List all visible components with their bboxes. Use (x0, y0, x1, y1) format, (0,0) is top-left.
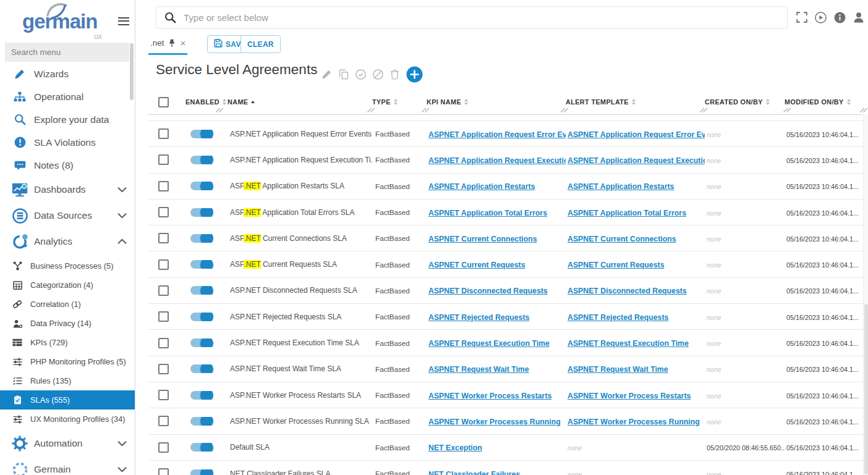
sidebar-item-ux-monitoring-profiles[interactable]: UX Monitoring Profiles (34) (0, 410, 135, 429)
approve-button[interactable] (355, 69, 366, 80)
kpi-link[interactable]: ASPNET Application Restarts (428, 182, 535, 191)
kpi-link[interactable]: ASPNET Application Total Errors (428, 209, 547, 217)
row-checkbox[interactable] (158, 207, 169, 217)
enabled-toggle[interactable] (190, 364, 211, 373)
column-header-enabled[interactable]: ENABLED (185, 98, 228, 106)
column-header-modified-on-by[interactable]: MODIFIED ON/BY (785, 98, 863, 106)
sidebar-item-categorization[interactable]: Categorization (4) (0, 275, 135, 295)
row-checkbox[interactable] (158, 128, 169, 139)
fullscreen-button[interactable] (796, 12, 807, 23)
sidebar-item-explore-your-data[interactable]: Explore your data (0, 108, 135, 131)
enabled-toggle[interactable] (190, 391, 211, 400)
sidebar-item-correlation[interactable]: Correlation (1) (0, 295, 135, 314)
kpi-link[interactable]: ASPNET Disconnected Requests (428, 287, 548, 295)
alert-template-link[interactable]: ASPNET Request Wait Time (568, 365, 668, 374)
sidebar-item-data-privacy[interactable]: Data Privacy (14) (0, 314, 135, 333)
menu-toggle-icon[interactable] (118, 15, 129, 27)
column-header-type[interactable]: TYPE (372, 98, 427, 106)
sidebar-search-input[interactable] (5, 43, 129, 62)
sidebar-item-business-processes[interactable]: Business Processes (5) (0, 256, 135, 275)
edit-button[interactable] (321, 69, 332, 80)
kpi-link[interactable]: ASPNET Request Execution Time (428, 339, 550, 348)
column-resize-handle[interactable] (702, 107, 709, 114)
clear-button[interactable]: CLEAR (240, 35, 281, 53)
enabled-toggle[interactable] (190, 417, 211, 426)
disable-button[interactable] (373, 69, 383, 80)
kpi-link[interactable]: ASPNET Current Connections (428, 235, 537, 243)
kpi-link[interactable]: ASPNET Application Request Error Events (428, 130, 566, 139)
sidebar-item-rules[interactable]: Rules (135) (0, 371, 135, 390)
user-button[interactable] (853, 12, 864, 23)
enabled-toggle[interactable] (190, 260, 211, 269)
global-search-input[interactable] (182, 12, 787, 23)
row-checkbox[interactable] (158, 390, 169, 400)
sidebar-item-php-monitoring-profiles[interactable]: PHP Monitoring Profiles (5) (0, 352, 135, 371)
sort-icon[interactable] (847, 99, 851, 106)
kpi-link[interactable]: ASPNET Application Request Execution Tim… (428, 156, 566, 165)
alert-template-link[interactable]: ASPNET Worker Process Restarts (568, 392, 691, 400)
delete-button[interactable] (390, 69, 399, 80)
kpi-link[interactable]: NET Classloader Failures (428, 470, 520, 475)
column-header-name[interactable]: NAME (228, 98, 372, 106)
alert-template-link[interactable]: ASPNET Current Connections (568, 235, 676, 243)
alert-template-link[interactable]: ASPNET Application Restarts (568, 182, 674, 191)
sort-icon[interactable] (223, 99, 226, 106)
info-button[interactable] (834, 12, 846, 23)
enabled-toggle[interactable] (190, 338, 211, 347)
column-resize-handle[interactable] (218, 107, 225, 114)
sidebar-item-slas[interactable]: SLAs (555) (0, 390, 135, 410)
alert-template-link[interactable]: ASPNET Request Execution Time (568, 339, 689, 348)
kpi-link[interactable]: ASPNET Rejected Requests (428, 313, 529, 322)
column-resize-handle[interactable] (862, 107, 868, 114)
sidebar-item-sla-violations[interactable]: SLA Violations (0, 131, 135, 154)
sidebar-item-dashboards[interactable]: Dashboards (0, 177, 135, 203)
alert-template-link[interactable]: ASPNET Worker Processes Running (568, 418, 700, 426)
row-checkbox[interactable] (158, 259, 169, 270)
column-resize-handle[interactable] (423, 107, 431, 114)
enabled-toggle[interactable] (190, 443, 211, 452)
row-checkbox[interactable] (158, 468, 169, 475)
column-resize-handle[interactable] (369, 107, 377, 114)
kpi-link[interactable]: ASPNET Worker Processes Running (428, 418, 561, 426)
chevron-down-icon[interactable] (117, 467, 127, 473)
play-button[interactable] (815, 12, 827, 23)
select-all-checkbox[interactable] (158, 97, 169, 107)
alert-template-link[interactable]: ASPNET Application Request Execution Tim… (568, 156, 705, 165)
sidebar-item-notes[interactable]: Notes (8) (0, 154, 135, 177)
sidebar-item-kpis[interactable]: KPIs (729) (0, 333, 135, 352)
kpi-link[interactable]: ASPNET Current Requests (428, 261, 525, 269)
sort-icon[interactable] (464, 99, 468, 106)
sort-icon[interactable] (632, 99, 636, 106)
row-checkbox[interactable] (158, 181, 169, 191)
sort-icon[interactable] (766, 99, 770, 106)
kpi-link[interactable]: ASPNET Request Wait Time (428, 365, 529, 374)
sort-icon[interactable] (394, 99, 398, 106)
row-checkbox[interactable] (158, 154, 169, 165)
chevron-down-icon[interactable] (117, 213, 127, 219)
sidebar-item-germain[interactable]: Germain (0, 456, 135, 475)
column-header-kpi-name[interactable]: KPI NAME (427, 98, 566, 106)
enabled-toggle[interactable] (190, 130, 211, 138)
chevron-up-icon[interactable] (117, 239, 127, 245)
kpi-link[interactable]: NET Exception (428, 443, 482, 452)
column-resize-handle[interactable] (563, 107, 570, 114)
close-icon[interactable]: × (181, 38, 186, 48)
chevron-down-icon[interactable] (117, 441, 127, 447)
alert-template-link[interactable]: ASPNET Rejected Requests (568, 313, 668, 322)
sidebar-item-automation[interactable]: Automation (0, 431, 135, 456)
sidebar-item-wizards[interactable]: Wizards (0, 62, 135, 85)
column-header-alert-template[interactable]: ALERT TEMPLATE (566, 98, 705, 106)
global-search[interactable] (156, 6, 788, 28)
alert-template-link[interactable]: ASPNET Application Total Errors (568, 209, 686, 217)
row-checkbox[interactable] (158, 233, 169, 243)
row-checkbox[interactable] (158, 311, 169, 322)
table-scrollbar[interactable] (863, 115, 868, 475)
sidebar-item-analytics[interactable]: Analytics (0, 229, 135, 254)
scrollbar-thumb[interactable] (864, 304, 868, 474)
sidebar-item-data-sources[interactable]: Data Sources (0, 203, 135, 229)
column-header-created-on-by[interactable]: CREATED ON/BY (705, 98, 785, 106)
filter-chip[interactable]: .net × (150, 38, 185, 48)
pin-icon[interactable] (168, 39, 176, 48)
row-checkbox[interactable] (158, 285, 169, 296)
row-checkbox[interactable] (158, 364, 169, 374)
